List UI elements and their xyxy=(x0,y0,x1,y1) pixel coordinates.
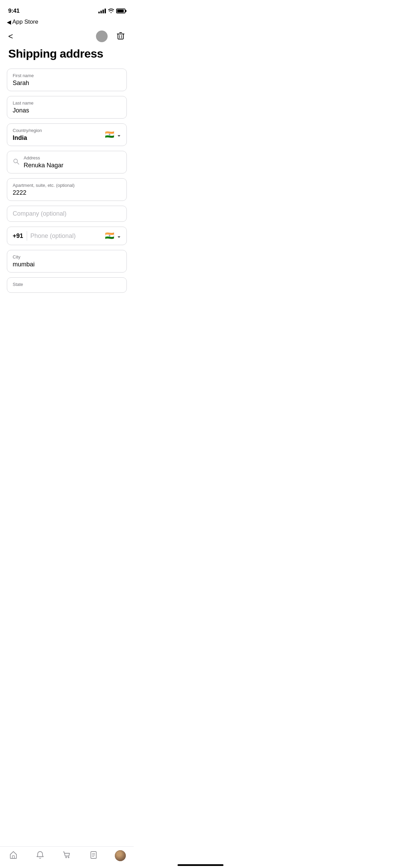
status-time: 9:41 xyxy=(8,8,20,14)
svg-point-5 xyxy=(14,159,17,163)
country-value: India xyxy=(13,134,42,142)
back-button[interactable]: < xyxy=(7,30,14,43)
apartment-field[interactable]: Apartment, suite, etc. (optional) 2222 xyxy=(7,178,127,201)
address-label: Address xyxy=(24,155,63,160)
wifi-icon xyxy=(108,8,114,14)
phone-field[interactable]: +91 Phone (optional) 🇮🇳 ⌄ xyxy=(7,227,127,245)
phone-country-dropdown[interactable]: 🇮🇳 ⌄ xyxy=(105,231,121,240)
address-value: Renuka Nagar xyxy=(24,162,63,169)
city-value: mumbai xyxy=(13,261,121,268)
last-name-label: Last name xyxy=(13,100,121,106)
battery-icon xyxy=(116,9,125,13)
app-store-back[interactable]: ◀ App Store xyxy=(0,17,134,25)
signal-icon xyxy=(98,9,106,13)
delete-button[interactable] xyxy=(114,29,127,43)
nav-right-actions xyxy=(96,29,127,43)
page-title: Shipping address xyxy=(0,46,134,69)
nav-bar: < xyxy=(0,25,134,46)
apartment-value: 2222 xyxy=(13,189,121,196)
country-chevron-down-icon: ⌄ xyxy=(117,132,121,137)
country-label: Country/region xyxy=(13,128,42,133)
city-field[interactable]: City mumbai xyxy=(7,250,127,273)
status-icons xyxy=(98,8,125,14)
last-name-value: Jonas xyxy=(13,107,121,114)
status-bar: 9:41 xyxy=(0,0,134,17)
nav-circle-indicator xyxy=(96,31,108,42)
india-flag-icon: 🇮🇳 xyxy=(105,130,114,139)
state-label: State xyxy=(13,282,121,287)
search-icon xyxy=(13,158,20,167)
country-dropdown-trigger[interactable]: 🇮🇳 ⌄ xyxy=(105,130,121,139)
apartment-label: Apartment, suite, etc. (optional) xyxy=(13,183,121,188)
country-field[interactable]: Country/region India 🇮🇳 ⌄ xyxy=(7,123,127,146)
phone-divider xyxy=(27,231,27,241)
svg-rect-0 xyxy=(118,34,123,39)
address-field[interactable]: Address Renuka Nagar xyxy=(7,151,127,173)
first-name-label: First name xyxy=(13,73,121,78)
trash-icon xyxy=(116,31,125,40)
back-chevron-icon: < xyxy=(8,32,13,41)
first-name-value: Sarah xyxy=(13,80,121,87)
last-name-field[interactable]: Last name Jonas xyxy=(7,96,127,119)
phone-chevron-down-icon: ⌄ xyxy=(117,233,121,239)
company-placeholder: Company (optional) xyxy=(13,210,121,217)
app-store-back-chevron: ◀ xyxy=(7,19,11,25)
company-field[interactable]: Company (optional) xyxy=(7,206,127,222)
state-field[interactable]: State xyxy=(7,277,127,293)
phone-code: +91 xyxy=(13,232,23,240)
first-name-field[interactable]: First name Sarah xyxy=(7,69,127,91)
phone-flag-icon: 🇮🇳 xyxy=(105,231,114,240)
form-container: First name Sarah Last name Jonas Country… xyxy=(0,69,134,324)
city-label: City xyxy=(13,254,121,260)
app-store-label: App Store xyxy=(12,19,38,25)
phone-placeholder: Phone (optional) xyxy=(31,232,76,240)
svg-line-6 xyxy=(17,162,19,164)
